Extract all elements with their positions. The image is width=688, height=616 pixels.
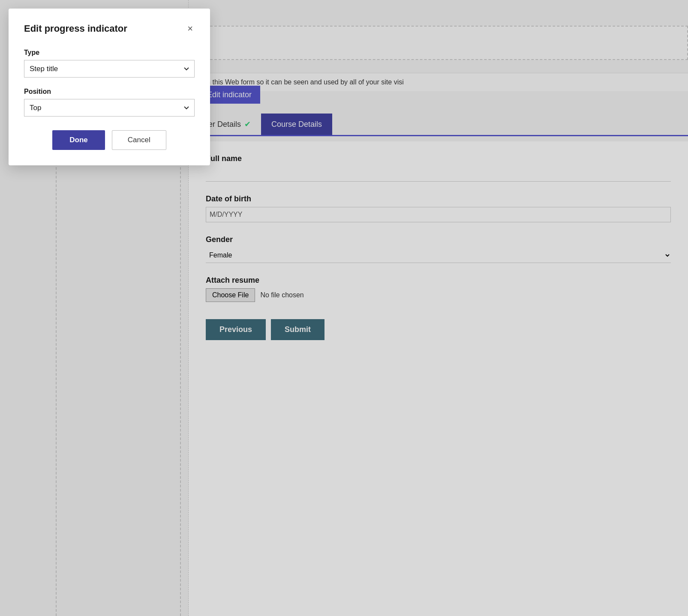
modal-title: Edit progress indicator: [24, 23, 127, 34]
modal-cancel-button[interactable]: Cancel: [112, 130, 166, 150]
edit-progress-indicator-modal: Edit progress indicator × Type Step titl…: [9, 9, 210, 165]
modal-close-button[interactable]: ×: [186, 22, 195, 35]
modal-position-select[interactable]: Top Bottom Left Right: [24, 99, 195, 117]
modal-position-label: Position: [24, 88, 195, 96]
close-icon: ×: [187, 23, 193, 34]
modal-buttons: Done Cancel: [24, 130, 195, 150]
modal-type-label: Type: [24, 49, 195, 57]
modal-type-select[interactable]: Step title Step number Percentage: [24, 60, 195, 78]
modal-done-button[interactable]: Done: [52, 130, 105, 150]
modal-position-field: Position Top Bottom Left Right: [24, 88, 195, 117]
modal-header: Edit progress indicator ×: [24, 22, 195, 35]
modal-type-field: Type Step title Step number Percentage: [24, 49, 195, 78]
